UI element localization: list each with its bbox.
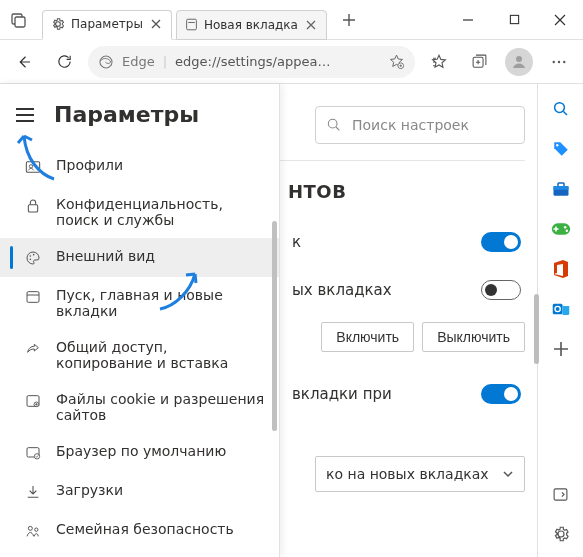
sidebar-search-button[interactable] bbox=[550, 98, 572, 120]
annotation-arrow-2 bbox=[150, 264, 210, 314]
chevron-down-icon bbox=[502, 468, 514, 480]
edge-logo-icon bbox=[98, 54, 114, 70]
window-close-button[interactable] bbox=[537, 0, 583, 40]
sidebar-tools-button[interactable] bbox=[550, 178, 572, 200]
nav-cookies[interactable]: Файлы cookie и разрешения сайтов bbox=[0, 381, 279, 433]
favorite-add-button[interactable] bbox=[388, 53, 405, 70]
page-icon bbox=[185, 18, 198, 31]
favorites-button[interactable] bbox=[423, 46, 455, 78]
sidebar-collapse-button[interactable] bbox=[550, 483, 572, 505]
svg-point-18 bbox=[563, 226, 566, 229]
svg-point-9 bbox=[558, 60, 560, 62]
hamburger-button[interactable] bbox=[16, 103, 40, 127]
svg-rect-2 bbox=[187, 19, 197, 30]
tab-close-button[interactable] bbox=[304, 18, 318, 32]
sidebar-shopping-button[interactable] bbox=[550, 138, 572, 160]
sidebar-add-button[interactable] bbox=[550, 338, 572, 360]
sidebar-settings-button[interactable] bbox=[550, 523, 572, 545]
svg-point-28 bbox=[30, 259, 32, 261]
minimize-icon bbox=[462, 14, 474, 26]
sidebar-outlook-button[interactable] bbox=[550, 298, 572, 320]
star-icon bbox=[430, 53, 448, 71]
svg-rect-29 bbox=[27, 292, 39, 303]
setting-label: ых вкладках bbox=[292, 281, 392, 299]
more-button[interactable] bbox=[543, 46, 575, 78]
search-icon bbox=[552, 100, 570, 118]
star-plus-icon bbox=[388, 53, 405, 70]
svg-point-26 bbox=[30, 255, 32, 257]
refresh-icon bbox=[56, 53, 73, 70]
nav-start[interactable]: Пуск, главная и новые вкладки bbox=[0, 277, 279, 329]
cookie-icon bbox=[24, 392, 42, 410]
avatar-icon bbox=[505, 48, 533, 76]
svg-point-19 bbox=[565, 229, 568, 232]
tab-actions-icon bbox=[11, 12, 27, 28]
nav-privacy[interactable]: Конфиденциальность, поиск и службы bbox=[0, 186, 279, 238]
nav-label: Общий доступ, копирование и вставка bbox=[56, 339, 267, 371]
svg-point-8 bbox=[553, 60, 555, 62]
settings-nav-list: Профили Конфиденциальность, поиск и служ… bbox=[0, 141, 279, 557]
new-tab-button[interactable] bbox=[335, 6, 363, 34]
plus-icon bbox=[342, 13, 356, 27]
window-controls bbox=[445, 0, 583, 40]
briefcase-icon bbox=[552, 181, 570, 197]
tab-inactive[interactable]: Новая вкладка bbox=[176, 10, 327, 40]
plus-icon bbox=[553, 341, 569, 357]
minimize-button[interactable] bbox=[445, 0, 491, 40]
gear-icon bbox=[51, 17, 65, 31]
enable-button[interactable]: Включить bbox=[321, 322, 414, 352]
url-brand: Edge bbox=[122, 54, 155, 69]
tab-active[interactable]: Параметры bbox=[42, 10, 172, 40]
nav-share[interactable]: Общий доступ, копирование и вставка bbox=[0, 329, 279, 381]
svg-rect-16 bbox=[553, 186, 568, 190]
scrollbar-thumb[interactable] bbox=[272, 221, 277, 431]
disable-button[interactable]: Выключить bbox=[422, 322, 525, 352]
lock-icon bbox=[24, 197, 42, 215]
settings-search-input[interactable]: Поиск настроек bbox=[315, 106, 525, 144]
address-bar[interactable]: Edge | edge://settings/appea… bbox=[88, 46, 415, 78]
profile-button[interactable] bbox=[503, 46, 535, 78]
sidebar-games-button[interactable] bbox=[550, 218, 572, 240]
back-button[interactable] bbox=[8, 46, 40, 78]
button-row: Включить Выключить bbox=[288, 318, 525, 366]
close-icon bbox=[306, 20, 316, 30]
tab-close-button[interactable] bbox=[149, 17, 163, 31]
gamepad-icon bbox=[551, 222, 571, 236]
setting-row-1: к bbox=[288, 214, 525, 270]
settings-title: Параметры bbox=[54, 102, 199, 127]
nav-appearance[interactable]: Внешний вид bbox=[0, 238, 279, 277]
svg-point-10 bbox=[563, 60, 565, 62]
tab-inactive-label: Новая вкладка bbox=[204, 18, 298, 32]
nav-label: Семейная безопасность bbox=[56, 521, 234, 537]
svg-point-35 bbox=[35, 528, 38, 531]
svg-rect-22 bbox=[554, 488, 567, 499]
toggle-2[interactable] bbox=[481, 280, 521, 300]
collections-button[interactable] bbox=[463, 46, 495, 78]
maximize-button[interactable] bbox=[491, 0, 537, 40]
group-title: нтов bbox=[288, 161, 525, 214]
sidebar-office-button[interactable] bbox=[550, 258, 572, 280]
nav-family[interactable]: Семейная безопасность bbox=[0, 511, 279, 550]
nav-label: Профили bbox=[56, 157, 123, 173]
maximize-icon bbox=[509, 14, 520, 25]
toolbar: Edge | edge://settings/appea… bbox=[0, 40, 583, 84]
outlook-icon bbox=[552, 300, 570, 318]
annotation-arrow-1 bbox=[14, 124, 64, 184]
nav-label: Конфиденциальность, поиск и службы bbox=[56, 196, 267, 228]
palette-icon bbox=[24, 249, 42, 267]
select-value: ко на новых вкладках bbox=[326, 466, 489, 482]
toggle-1[interactable] bbox=[481, 232, 521, 252]
dropdown-select[interactable]: ко на новых вкладках bbox=[315, 456, 525, 492]
nav-default-browser[interactable]: Браузер по умолчанию bbox=[0, 433, 279, 472]
refresh-button[interactable] bbox=[48, 46, 80, 78]
scrollbar-thumb[interactable] bbox=[534, 294, 539, 364]
nav-edge-bar[interactable]: Панель Edge bbox=[0, 550, 279, 557]
nav-downloads[interactable]: Загрузки bbox=[0, 472, 279, 511]
tab-strip: Параметры Новая вкладка bbox=[38, 0, 445, 39]
nav-label: Загрузки bbox=[56, 482, 123, 498]
toggle-3[interactable] bbox=[481, 384, 521, 404]
svg-point-12 bbox=[554, 103, 564, 113]
tab-actions-button[interactable] bbox=[0, 0, 38, 40]
panel-collapse-icon bbox=[552, 486, 569, 503]
search-icon bbox=[326, 117, 342, 133]
